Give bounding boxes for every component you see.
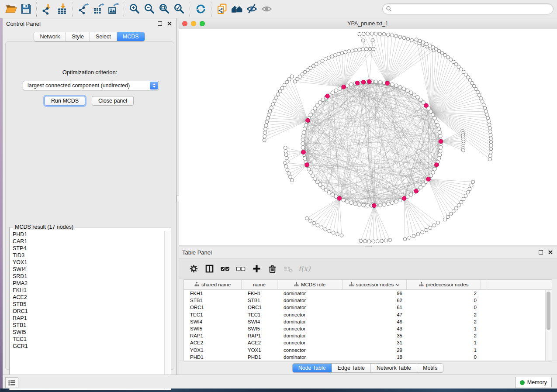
network-node[interactable] [331, 193, 334, 196]
network-node[interactable] [374, 80, 377, 83]
network-node[interactable] [280, 86, 284, 90]
network-node[interactable] [429, 110, 432, 113]
table-row[interactable]: YOX1YOX1connector291 [184, 347, 546, 354]
table-row[interactable]: ACE2ACE2connector311 [184, 339, 546, 346]
network-node[interactable] [437, 127, 440, 131]
network-node[interactable] [315, 180, 319, 183]
network-node[interactable] [485, 113, 489, 117]
network-node[interactable] [358, 32, 361, 36]
network-node[interactable] [340, 51, 344, 55]
table-cell[interactable]: 31 [343, 340, 407, 345]
tab-mcds[interactable]: MCDS [117, 32, 145, 41]
network-node[interactable] [309, 113, 312, 117]
criterion-dropdown[interactable]: largest connected component (undirected) [23, 81, 159, 90]
network-node[interactable] [302, 131, 305, 134]
memory-button[interactable]: Memory [515, 377, 552, 388]
table-row[interactable]: STB1STB1dominator620 [184, 297, 546, 304]
network-node[interactable] [366, 204, 369, 207]
export-image-icon[interactable] [106, 2, 121, 17]
mcds-network-node[interactable] [301, 150, 306, 155]
table-cell[interactable]: 2 [407, 333, 481, 338]
network-node[interactable] [266, 117, 270, 120]
network-node[interactable] [394, 34, 398, 38]
table-cell[interactable]: YOX1 [242, 347, 277, 353]
mcds-network-node[interactable] [435, 163, 439, 167]
table-cell[interactable]: FKH1 [184, 291, 242, 296]
network-node[interactable] [271, 103, 275, 106]
table-cell[interactable]: 47 [343, 312, 407, 317]
network-node[interactable] [403, 237, 407, 241]
network-node[interactable] [331, 91, 334, 94]
network-node[interactable] [489, 147, 493, 151]
mcds-result-item[interactable]: SWI4 [10, 266, 165, 273]
table-cell[interactable]: RAP1 [184, 333, 242, 338]
mcds-network-node[interactable] [337, 196, 342, 201]
network-node[interactable] [351, 49, 354, 52]
hide-selected-icon[interactable] [244, 2, 259, 17]
network-node[interactable] [346, 200, 349, 203]
new-network-from-selection-icon[interactable] [214, 2, 229, 17]
network-node[interactable] [464, 194, 467, 197]
task-history-button[interactable] [5, 377, 18, 388]
mcds-result-item[interactable]: ORC1 [10, 308, 165, 315]
table-cell[interactable]: SWI5 [184, 326, 242, 331]
network-node[interactable] [466, 191, 470, 194]
table-cell[interactable]: SWI4 [242, 319, 277, 324]
network-node[interactable] [481, 100, 484, 103]
network-node[interactable] [410, 38, 414, 42]
network-node[interactable] [488, 158, 491, 161]
network-node[interactable] [452, 210, 455, 213]
toggle-column-display-icon[interactable] [201, 261, 217, 275]
table-cell[interactable]: 1 [407, 326, 481, 331]
network-node[interactable] [488, 127, 491, 130]
network-node[interactable] [416, 96, 419, 99]
table-cell[interactable]: ORC1 [242, 305, 277, 310]
open-session-icon[interactable] [3, 2, 18, 17]
mcds-network-node[interactable] [424, 103, 429, 108]
deselect-all-icon[interactable] [233, 261, 249, 275]
network-node[interactable] [290, 75, 294, 78]
network-node[interactable] [457, 203, 460, 207]
network-node[interactable] [382, 32, 386, 36]
table-cell[interactable]: 96 [343, 291, 407, 296]
network-node[interactable] [438, 131, 441, 134]
network-node[interactable] [336, 232, 339, 236]
mcds-network-node[interactable] [325, 94, 330, 98]
network-node[interactable] [349, 83, 353, 86]
table-cell[interactable]: TEC1 [184, 312, 242, 317]
table-cell[interactable]: connector [277, 326, 343, 331]
network-node[interactable] [301, 138, 304, 141]
network-node[interactable] [462, 197, 465, 201]
network-node[interactable] [315, 103, 319, 107]
network-node[interactable] [362, 32, 365, 36]
select-all-icon[interactable] [217, 261, 233, 275]
network-node[interactable] [412, 234, 415, 238]
network-node[interactable] [398, 198, 402, 202]
network-node[interactable] [438, 153, 441, 156]
network-window-titlebar[interactable]: YPA_prune.txt_1 [179, 18, 557, 29]
mcds-list-scrollbar[interactable] [164, 231, 170, 389]
network-node[interactable] [382, 203, 386, 206]
network-node[interactable] [488, 154, 492, 158]
network-node[interactable] [301, 142, 304, 145]
network-node[interactable] [270, 106, 273, 110]
network-node[interactable] [388, 238, 392, 242]
network-node[interactable] [368, 47, 372, 51]
network-node[interactable] [313, 107, 317, 110]
network-node[interactable] [420, 230, 424, 234]
network-node[interactable] [267, 113, 270, 117]
network-node[interactable] [412, 93, 416, 96]
search-input[interactable] [382, 3, 554, 14]
network-node[interactable] [301, 134, 305, 138]
network-node[interactable] [484, 110, 488, 113]
mcds-result-item[interactable]: YOX1 [10, 259, 165, 266]
table-cell[interactable]: 29 [343, 347, 407, 353]
table-row[interactable]: SWI4SWI4dominator462 [184, 318, 546, 325]
network-node[interactable] [264, 127, 267, 131]
network-node[interactable] [419, 186, 422, 189]
network-node[interactable] [318, 183, 322, 186]
network-node[interactable] [378, 203, 382, 207]
network-node[interactable] [264, 124, 268, 127]
table-cell[interactable]: dominator [277, 291, 343, 296]
table-cell[interactable]: 2 [407, 291, 481, 296]
